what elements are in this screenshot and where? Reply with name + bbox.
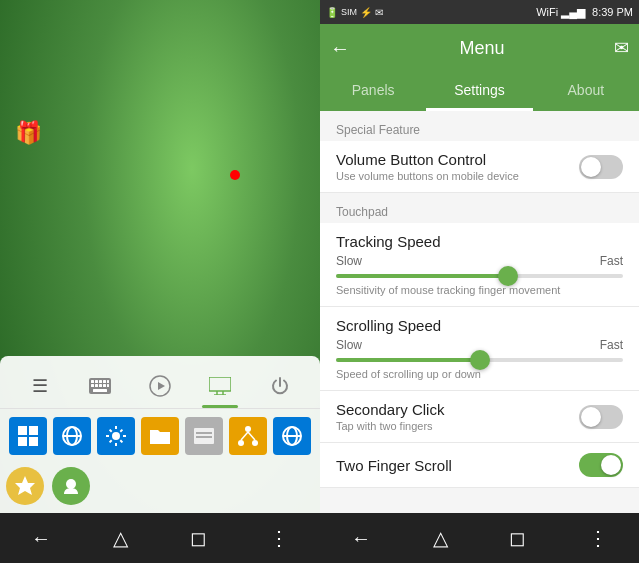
scrolling-speed-item: Scrolling Speed bbox=[320, 307, 639, 334]
volume-button-subtitle: Use volume buttons on mobile device bbox=[336, 170, 579, 182]
volume-button-toggle-thumb bbox=[581, 157, 601, 177]
menu-icon[interactable]: ☰ bbox=[22, 368, 58, 404]
svg-rect-9 bbox=[103, 384, 106, 387]
app-title: Menu bbox=[350, 38, 614, 59]
svg-rect-5 bbox=[107, 380, 109, 383]
scrolling-speed-slider-container: Slow Fast Speed of scrolling up or down bbox=[320, 334, 639, 391]
secondary-click-toggle-thumb bbox=[581, 407, 601, 427]
keyboard-icon[interactable] bbox=[82, 368, 118, 404]
scrolling-speed-text: Scrolling Speed bbox=[336, 317, 623, 334]
secondary-click-subtitle: Tap with two fingers bbox=[336, 420, 579, 432]
right-panel: 🔋 SIM ⚡ ✉ WiFi ▂▄▆ 8:39 PM ← Menu ✉ Pane… bbox=[320, 0, 639, 563]
folder2-app-icon[interactable] bbox=[185, 417, 223, 455]
left-nav-bar: ← △ ◻ ⋮ bbox=[0, 513, 320, 563]
ie2-app-icon[interactable] bbox=[273, 417, 311, 455]
tracking-speed-labels: Slow Fast bbox=[336, 254, 623, 268]
svg-rect-21 bbox=[29, 437, 38, 446]
scrolling-speed-block: Scrolling Speed Slow Fast Speed of scrol… bbox=[320, 307, 639, 391]
svg-point-25 bbox=[112, 432, 120, 440]
two-finger-scroll-toggle-thumb bbox=[601, 455, 621, 475]
apps-row bbox=[0, 409, 320, 463]
tab-panels[interactable]: Panels bbox=[320, 72, 426, 111]
power-icon[interactable] bbox=[262, 368, 298, 404]
tracking-speed-subtitle: Sensitivity of mouse tracking finger mov… bbox=[336, 284, 623, 296]
folder-app-icon[interactable] bbox=[141, 417, 179, 455]
svg-rect-18 bbox=[18, 426, 27, 435]
two-finger-scroll-toggle[interactable] bbox=[579, 453, 623, 477]
two-finger-scroll-setting: Two Finger Scroll bbox=[320, 443, 639, 488]
sim-icon: SIM bbox=[341, 7, 357, 17]
tracking-speed-track[interactable] bbox=[336, 274, 623, 278]
app-back-btn[interactable]: ← bbox=[330, 37, 350, 60]
scrolling-speed-title: Scrolling Speed bbox=[336, 317, 623, 334]
tracking-speed-text: Tracking Speed bbox=[336, 233, 623, 250]
scrolling-speed-track[interactable] bbox=[336, 358, 623, 362]
two-finger-scroll-title: Two Finger Scroll bbox=[336, 457, 579, 474]
tracking-speed-thumb[interactable] bbox=[498, 266, 518, 286]
status-left: 🔋 SIM ⚡ ✉ bbox=[326, 7, 383, 18]
screen-icon[interactable] bbox=[202, 368, 238, 404]
right-more-btn[interactable]: ⋮ bbox=[588, 526, 608, 550]
svg-rect-2 bbox=[95, 380, 98, 383]
ie-app-icon[interactable] bbox=[53, 417, 91, 455]
tracking-speed-slider-container: Slow Fast Sensitivity of mouse tracking … bbox=[320, 250, 639, 307]
tracking-speed-block: Tracking Speed Slow Fast Sensitivity of … bbox=[320, 223, 639, 307]
svg-rect-19 bbox=[29, 426, 38, 435]
right-recents-btn[interactable]: ◻ bbox=[509, 526, 526, 550]
wifi-icon: WiFi bbox=[536, 6, 558, 18]
touchpad-header: Touchpad bbox=[320, 193, 639, 223]
more-nav-btn[interactable]: ⋮ bbox=[269, 526, 289, 550]
svg-rect-4 bbox=[103, 380, 106, 383]
secondary-click-toggle[interactable] bbox=[579, 405, 623, 429]
tab-settings[interactable]: Settings bbox=[426, 72, 532, 111]
svg-point-29 bbox=[245, 426, 251, 432]
volume-button-toggle[interactable] bbox=[579, 155, 623, 179]
secondary-click-title: Secondary Click bbox=[336, 401, 579, 418]
settings-app-icon[interactable] bbox=[97, 417, 135, 455]
app-bar: ← Menu ✉ bbox=[320, 24, 639, 72]
scrolling-fast-label: Fast bbox=[600, 338, 623, 352]
recents-nav-btn[interactable]: ◻ bbox=[190, 526, 207, 550]
mail-icon[interactable]: ✉ bbox=[614, 37, 629, 59]
svg-point-30 bbox=[238, 440, 244, 446]
tracking-speed-title: Tracking Speed bbox=[336, 233, 623, 250]
tab-about[interactable]: About bbox=[533, 72, 639, 111]
svg-line-33 bbox=[248, 432, 255, 440]
network-app-icon[interactable] bbox=[229, 417, 267, 455]
svg-rect-20 bbox=[18, 437, 27, 446]
tabs-row: Panels Settings About bbox=[320, 72, 639, 111]
svg-rect-11 bbox=[93, 389, 107, 392]
extra-icon-1[interactable] bbox=[6, 467, 44, 505]
extra-icon-2[interactable] bbox=[52, 467, 90, 505]
toolbar-row: ☰ bbox=[0, 364, 320, 409]
battery-charging-icon: 🔋 bbox=[326, 7, 338, 18]
svg-rect-7 bbox=[95, 384, 98, 387]
svg-line-32 bbox=[241, 432, 248, 440]
time-display: 8:39 PM bbox=[592, 6, 633, 18]
svg-rect-27 bbox=[196, 432, 212, 434]
volume-button-text: Volume Button Control Use volume buttons… bbox=[336, 151, 579, 182]
svg-marker-37 bbox=[15, 476, 35, 495]
scrolling-speed-thumb[interactable] bbox=[470, 350, 490, 370]
tracking-speed-item: Tracking Speed bbox=[320, 223, 639, 250]
tracking-speed-fill bbox=[336, 274, 508, 278]
special-feature-header: Special Feature bbox=[320, 111, 639, 141]
play-icon[interactable] bbox=[142, 368, 178, 404]
back-nav-btn[interactable]: ← bbox=[31, 527, 51, 550]
volume-button-title: Volume Button Control bbox=[336, 151, 579, 168]
right-home-btn[interactable]: △ bbox=[433, 526, 448, 550]
windows-app-icon[interactable] bbox=[9, 417, 47, 455]
right-back-btn[interactable]: ← bbox=[351, 527, 371, 550]
svg-rect-8 bbox=[99, 384, 102, 387]
gift-icon: 🎁 bbox=[15, 120, 43, 148]
tracking-fast-label: Fast bbox=[600, 254, 623, 268]
home-nav-btn[interactable]: △ bbox=[113, 526, 128, 550]
notification-dot bbox=[230, 170, 240, 180]
status-right: WiFi ▂▄▆ 8:39 PM bbox=[536, 6, 633, 19]
svg-rect-3 bbox=[99, 380, 102, 383]
secondary-click-text: Secondary Click Tap with two fingers bbox=[336, 401, 579, 432]
status-bar: 🔋 SIM ⚡ ✉ WiFi ▂▄▆ 8:39 PM bbox=[320, 0, 639, 24]
svg-rect-1 bbox=[91, 380, 94, 383]
usb-icon: ⚡ bbox=[360, 7, 372, 18]
two-finger-scroll-text: Two Finger Scroll bbox=[336, 457, 579, 474]
